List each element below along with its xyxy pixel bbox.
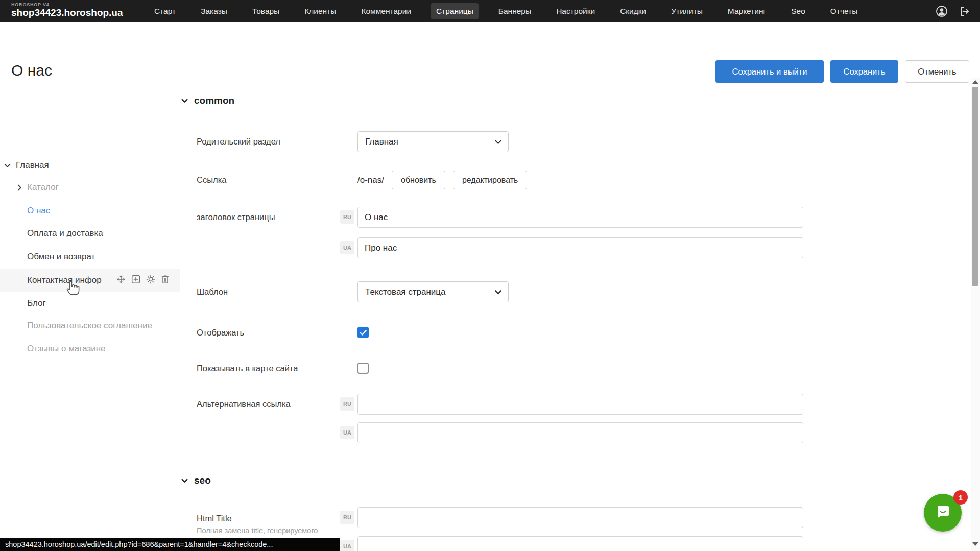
scrollbar-thumb[interactable]: [972, 87, 978, 286]
scrollbar-down-arrow[interactable]: [972, 542, 978, 546]
top-navigation-bar: HOROSHOP V4 shop34423.horoshop.ua Старт …: [0, 0, 980, 22]
chevron-down-icon: [4, 163, 11, 168]
nav-item-discounts[interactable]: Скидки: [615, 3, 651, 19]
lang-badge-ru: RU: [340, 511, 354, 524]
nav-item-utilities[interactable]: Утилиты: [666, 3, 708, 19]
display-label: Отображать: [197, 328, 244, 338]
chevron-right-icon: [17, 184, 22, 191]
cancel-button[interactable]: Отменить: [905, 60, 969, 83]
alt-link-ua-input[interactable]: [357, 422, 803, 443]
sitemap-checkbox[interactable]: [357, 363, 369, 374]
section-seo-header[interactable]: seo: [181, 475, 211, 486]
add-icon[interactable]: [131, 275, 140, 284]
brand-domain-label: shop34423.horoshop.ua: [11, 7, 123, 18]
link-preview-statusbar: shop34423.horoshop.ua/edit/edit.php?id=6…: [0, 538, 340, 551]
nav-item-clients[interactable]: Клиенты: [299, 3, 341, 19]
save-button[interactable]: Сохранить: [830, 60, 898, 83]
parent-section-label: Родительский раздел: [197, 137, 280, 147]
brand-logo[interactable]: HOROSHOP V4 shop34423.horoshop.ua: [11, 2, 123, 18]
trash-icon[interactable]: [161, 275, 170, 284]
lang-badge-ru: RU: [340, 210, 354, 224]
nav-item-settings[interactable]: Настройки: [551, 3, 600, 19]
status-url: shop34423.horoshop.ua/edit/edit.php?id=6…: [0, 540, 273, 548]
mouse-cursor-hand: [65, 279, 82, 298]
link-label: Ссылка: [197, 175, 226, 185]
scrollbar-up-arrow[interactable]: [972, 80, 978, 84]
html-title-hint: Полная замена title, генерируемого: [197, 526, 318, 535]
sidebar-item-katalog[interactable]: Каталог: [17, 182, 59, 193]
template-label: Шаблон: [197, 287, 228, 297]
html-title-ru-input[interactable]: [357, 507, 803, 528]
lang-badge-ua: UA: [340, 540, 354, 551]
nav-item-reports[interactable]: Отчеты: [825, 3, 863, 19]
display-checkbox[interactable]: [357, 327, 369, 338]
sidebar-divider: [180, 78, 180, 551]
chevron-down-icon: [181, 478, 188, 483]
chevron-down-icon: [495, 140, 501, 145]
sidebar-item-obmen[interactable]: Обмен и возврат: [27, 251, 95, 262]
sidebar-item-glavnaya[interactable]: Главная: [4, 160, 49, 171]
chat-bubble-icon: [933, 502, 952, 523]
sidebar-item-otzyvy[interactable]: Отзывы о магазине: [27, 343, 106, 354]
page-title: О нас: [11, 62, 52, 79]
nav-item-orders[interactable]: Заказы: [196, 3, 232, 19]
chevron-down-icon: [495, 290, 501, 295]
gear-icon[interactable]: [146, 275, 155, 284]
sidebar-item-soglashenie[interactable]: Пользовательское соглашение: [27, 320, 152, 331]
sitemap-label: Показывать в карте сайта: [197, 364, 298, 373]
sidebar-item-o-nas[interactable]: О нас: [27, 205, 50, 217]
move-icon[interactable]: [116, 275, 126, 284]
link-edit-button[interactable]: редактировать: [453, 171, 527, 189]
template-select[interactable]: Текстовая страница: [357, 281, 509, 302]
page-title-ua-input[interactable]: [357, 237, 803, 258]
top-menu: Старт Заказы Товары Клиенты Комментарии …: [149, 0, 863, 22]
html-title-label: Html Title: [197, 514, 232, 523]
chevron-down-icon: [181, 99, 188, 103]
logout-icon[interactable]: [959, 5, 971, 17]
nav-item-seo[interactable]: Seo: [786, 3, 810, 19]
page-title-ru-input[interactable]: [357, 207, 803, 228]
check-icon: [360, 330, 367, 336]
chat-unread-badge: 1: [953, 490, 968, 505]
lang-badge-ru: RU: [340, 397, 354, 411]
save-and-exit-button[interactable]: Сохранить и выйти: [715, 60, 824, 83]
alt-link-ru-input[interactable]: [357, 394, 803, 415]
sidebar-item-blog[interactable]: Блог: [27, 298, 46, 309]
nav-item-comments[interactable]: Комментарии: [356, 3, 416, 19]
brand-version-label: HOROSHOP V4: [11, 2, 123, 7]
section-common-header[interactable]: common: [181, 95, 234, 106]
page-header: О нас Сохранить и выйти Сохранить Отмени…: [0, 22, 980, 78]
link-refresh-button[interactable]: обновить: [392, 171, 445, 189]
html-title-ua-input[interactable]: [357, 536, 803, 551]
lang-badge-ua: UA: [340, 241, 354, 254]
nav-item-products[interactable]: Товары: [247, 3, 284, 19]
account-icon[interactable]: [935, 5, 948, 18]
page-title-field-label: заголовок страницы: [197, 212, 275, 222]
alt-link-label: Альтернативная ссылка: [197, 399, 291, 409]
link-path-value: /o-nas/: [357, 175, 384, 185]
nav-item-marketing[interactable]: Маркетинг: [723, 3, 771, 19]
pages-tree-sidebar: Главная Каталог О нас Оплата и доставка …: [0, 78, 180, 551]
sidebar-item-oplata[interactable]: Оплата и доставка: [27, 228, 103, 239]
nav-item-banners[interactable]: Баннеры: [493, 3, 536, 19]
parent-section-select[interactable]: Главная: [357, 131, 509, 152]
sidebar-item-kontaktnaya[interactable]: Контактная инфор: [27, 275, 102, 286]
nav-item-start[interactable]: Старт: [149, 3, 181, 19]
lang-badge-ua: UA: [340, 426, 354, 439]
nav-item-pages[interactable]: Страницы: [431, 3, 479, 19]
